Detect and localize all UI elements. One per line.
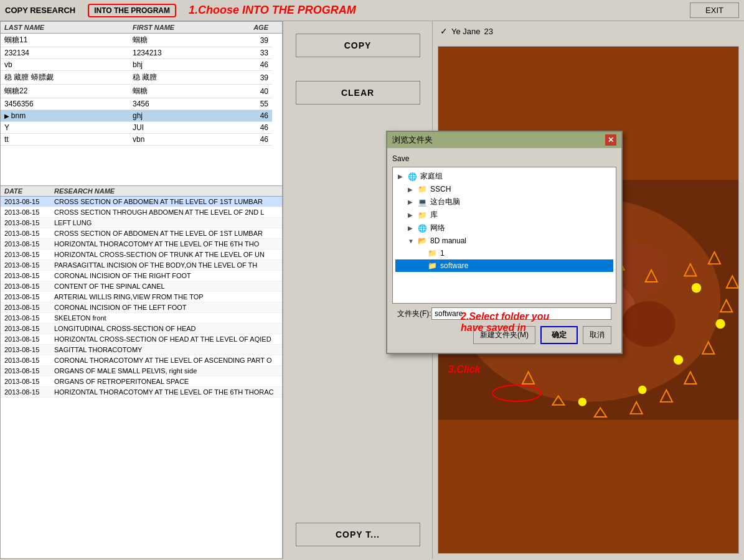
- clear-button[interactable]: CLEAR: [296, 81, 420, 105]
- exit-button[interactable]: EXIT: [690, 2, 739, 18]
- cell-age: 46: [241, 59, 272, 71]
- cell-age: 39: [241, 71, 272, 85]
- cell-date: 2013-08-15: [1, 250, 50, 260]
- research-table-row[interactable]: 2013-08-15CORONAL INCISION OF THE RIGHT …: [1, 271, 282, 281]
- top-bar: COPY RESEARCH INTO THE PROGRAM 1.Choose …: [0, 0, 744, 21]
- research-table-row[interactable]: 2013-08-15CROSS SECTION OF ABDOMEN AT TH…: [1, 228, 282, 239]
- research-table-row[interactable]: 2013-08-15LEFT LUNG: [1, 218, 282, 228]
- research-table-row[interactable]: 2013-08-15HORIZONTAL THORACOTOMY AT THE …: [1, 387, 282, 398]
- folder-input[interactable]: [431, 307, 611, 320]
- research-table-row[interactable]: 2013-08-15SKELETON front: [1, 313, 282, 324]
- cell-research-name: CROSS SECTION THROUGH ABDOMEN AT THE LEV…: [50, 207, 282, 218]
- cell-last-name: vb: [1, 59, 129, 71]
- cell-research-name: PARASAGITTAL INCISION OF THE BODY,ON THE…: [50, 260, 282, 271]
- tree-expand-icon[interactable]: ▶: [408, 212, 417, 218]
- tree-item[interactable]: 📁software: [395, 259, 613, 272]
- tree-expand-icon[interactable]: ▶: [398, 173, 407, 180]
- research-table-row[interactable]: 2013-08-15HORIZONTAL CROSS-SECTION OF HE…: [1, 334, 282, 345]
- patient-table-row[interactable]: bnmghj46: [1, 110, 282, 122]
- cell-research-name: CORONAL INCISION OF THE LEFT FOOT: [50, 302, 282, 313]
- cell-last-name: 蝈糖11: [1, 34, 129, 47]
- step1-instruction: 1.Choose INTO THE PROGRAM: [189, 4, 356, 17]
- tree-expand-icon[interactable]: ▶: [408, 186, 417, 193]
- cell-research-name: SAGITTAL THORACOTOMY: [50, 345, 282, 355]
- research-table-row[interactable]: 2013-08-15LONGITUDINAL CROSS-SECTION OF …: [1, 324, 282, 334]
- tree-item[interactable]: ▶🌐家庭组: [395, 170, 613, 183]
- tree-expand-icon[interactable]: ▶: [408, 225, 417, 231]
- research-table-row[interactable]: 2013-08-15CORONAL THORACOTOMY AT THE LEV…: [1, 355, 282, 366]
- tree-item[interactable]: ▶🌐网络: [395, 222, 613, 235]
- patient-table-row[interactable]: 3456356345655: [1, 98, 282, 110]
- tree-item-label: 网络: [430, 223, 445, 233]
- research-table-container: DATE RESEARCH NAME 2013-08-15CROSS SECTI…: [0, 186, 283, 559]
- cell-research-name: LEFT LUNG: [50, 218, 282, 228]
- dialog-tree[interactable]: ▶🌐家庭组▶📁SSCH▶💻这台电脑▶📁库▶🌐网络▼📂8D manual📁1📁so…: [392, 167, 616, 304]
- cell-research-name: CONTENT OF THE SPINAL CANEL: [50, 281, 282, 292]
- ok-button[interactable]: 确定: [540, 326, 578, 344]
- dialog-folder-row: 文件夹(F):: [392, 304, 616, 322]
- cell-research-name: ARTERIAL WILLIS RING,VIEW FROM THE TOP: [50, 292, 282, 302]
- cell-last-name: 3456356: [1, 98, 129, 110]
- cell-date: 2013-08-15: [1, 239, 50, 250]
- research-table-row[interactable]: 2013-08-15PARASAGITTAL INCISION OF THE B…: [1, 260, 282, 271]
- dialog-title: 浏览文件夹: [392, 134, 433, 146]
- tree-expand-icon[interactable]: ▶: [408, 198, 417, 205]
- patient-table-row[interactable]: YJUI46: [1, 122, 282, 134]
- cell-research-name: SKELETON front: [50, 313, 282, 324]
- col-header-lastname: LAST NAME: [1, 22, 129, 34]
- tree-item[interactable]: 📁1: [395, 247, 613, 259]
- research-table-row[interactable]: 2013-08-15SAGITTAL THORACOTOMY: [1, 345, 282, 355]
- into-program-button[interactable]: INTO THE PROGRAM: [88, 4, 176, 17]
- col-header-firstname: FIRST NAME: [129, 22, 241, 34]
- selected-patient-info: ✓ Ye Jane 23: [433, 21, 744, 41]
- patient-table-row[interactable]: 蝈糖11蝈糖39: [1, 34, 282, 47]
- research-table-row[interactable]: 2013-08-15CROSS SECTION OF ABDOMEN AT TH…: [1, 197, 282, 207]
- research-table-row[interactable]: 2013-08-15CROSS SECTION THROUGH ABDOMEN …: [1, 207, 282, 218]
- cell-age: 46: [241, 122, 272, 134]
- patient-table-row[interactable]: 232134123421333: [1, 47, 282, 59]
- research-table-row[interactable]: 2013-08-15ORGANS OF MALE SMALL PELVIS, r…: [1, 366, 282, 376]
- research-table-row[interactable]: 2013-08-15CORONAL INCISION OF THE LEFT F…: [1, 302, 282, 313]
- patient-checkbox[interactable]: ✓: [440, 26, 448, 36]
- cancel-button[interactable]: 取消: [583, 326, 611, 344]
- cell-date: 2013-08-15: [1, 228, 50, 239]
- cell-age: 39: [241, 34, 272, 47]
- copy-to-button[interactable]: COPY T...: [296, 523, 420, 546]
- research-table: DATE RESEARCH NAME 2013-08-15CROSS SECTI…: [1, 186, 282, 398]
- tree-folder-icon: 📁: [417, 184, 428, 194]
- copy-button[interactable]: COPY: [296, 34, 420, 57]
- research-table-row[interactable]: 2013-08-15HORIZONTAL THORACOTOMY AT THE …: [1, 239, 282, 250]
- new-folder-button[interactable]: 新建文件夹(M): [473, 326, 535, 344]
- patient-table-row[interactable]: 稳 藏膻 蟒膘觑稳 藏膻39: [1, 71, 282, 85]
- browse-folder-dialog[interactable]: 浏览文件夹 ✕ Save ▶🌐家庭组▶📁SSCH▶💻这台电脑▶📁库▶🌐网络▼📂8…: [386, 131, 623, 354]
- tree-item[interactable]: ▶📁库: [395, 208, 613, 222]
- cell-last-name: Y: [1, 122, 129, 134]
- patient-table-row[interactable]: 蝈糖22蝈糖40: [1, 85, 282, 98]
- cell-date: 2013-08-15: [1, 292, 50, 302]
- tree-item-label: 1: [440, 249, 445, 258]
- left-panel: LAST NAME FIRST NAME AGE 蝈糖11蝈糖392321341…: [0, 21, 283, 559]
- patient-table-row[interactable]: ttvbn46: [1, 134, 282, 146]
- research-table-row[interactable]: 2013-08-15HORIZONTAL CROSS-SECTION OF TR…: [1, 250, 282, 260]
- research-table-row[interactable]: 2013-08-15ARTERIAL WILLIS RING,VIEW FROM…: [1, 292, 282, 302]
- cell-date: 2013-08-15: [1, 271, 50, 281]
- cell-research-name: CORONAL INCISION OF THE RIGHT FOOT: [50, 271, 282, 281]
- cell-date: 2013-08-15: [1, 324, 50, 334]
- cell-research-name: HORIZONTAL THORACOTOMY AT THE LEVEL OF T…: [50, 387, 282, 398]
- svg-point-25: [638, 386, 646, 394]
- patient-table-row[interactable]: vbbhj46: [1, 59, 282, 71]
- patient-age: 23: [484, 27, 493, 36]
- dialog-close-button[interactable]: ✕: [605, 134, 616, 146]
- cell-first-name: vbn: [129, 134, 241, 146]
- cell-first-name: 3456: [129, 98, 241, 110]
- tree-item[interactable]: ▶📁SSCH: [395, 183, 613, 195]
- tree-item-label: software: [440, 261, 468, 270]
- patient-table-container: LAST NAME FIRST NAME AGE 蝈糖11蝈糖392321341…: [0, 21, 283, 186]
- tree-item[interactable]: ▶💻这台电脑: [395, 195, 613, 208]
- cell-date: 2013-08-15: [1, 334, 50, 345]
- research-table-row[interactable]: 2013-08-15CONTENT OF THE SPINAL CANEL: [1, 281, 282, 292]
- research-table-row[interactable]: 2013-08-15ORGANS OF RETROPERITONEAL SPAC…: [1, 376, 282, 387]
- cell-last-name: 232134: [1, 47, 129, 59]
- tree-item[interactable]: ▼📂8D manual: [395, 235, 613, 247]
- tree-expand-icon[interactable]: ▼: [408, 238, 417, 245]
